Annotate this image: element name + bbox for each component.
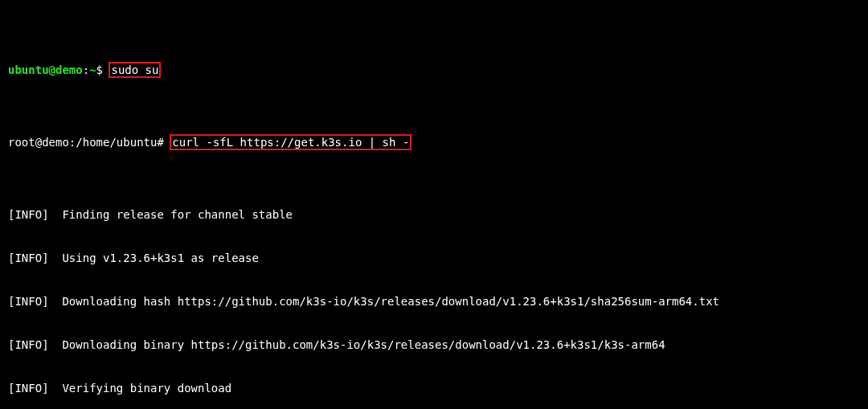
info-line: [INFO] Using v1.23.6+k3s1 as release [8, 251, 860, 265]
prompt-line-1: ubuntu@demo:~$ sudo su [8, 63, 860, 77]
cmd-sudo-su: sudo su [109, 63, 160, 77]
prompt-user: ubuntu@demo [8, 63, 83, 76]
info-line: [INFO] Finding release for channel stabl… [8, 207, 860, 222]
prompt-line-2: root@demo:/home/ubuntu# curl -sfL https:… [8, 135, 860, 149]
info-line: [INFO] Verifying binary download [8, 381, 860, 395]
info-line: [INFO] Downloading hash https://github.c… [8, 294, 860, 309]
info-line: [INFO] Downloading binary https://github… [8, 337, 860, 352]
terminal[interactable]: ubuntu@demo:~$ sudo su root@demo:/home/u… [0, 0, 868, 409]
cmd-curl-install: curl -sfL https://get.k3s.io | sh - [170, 135, 411, 149]
